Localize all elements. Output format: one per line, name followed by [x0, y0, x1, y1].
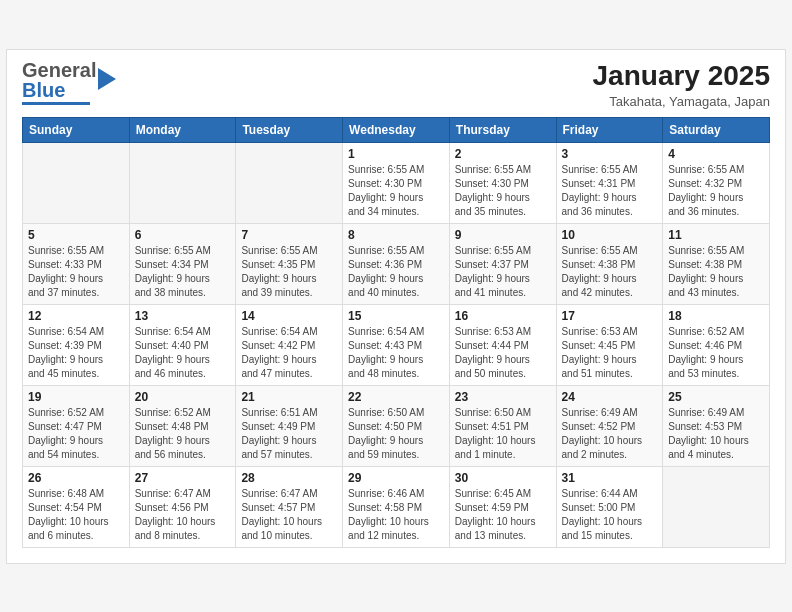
- day-number: 26: [28, 471, 124, 485]
- day-info: Sunrise: 6:52 AM Sunset: 4:48 PM Dayligh…: [135, 406, 231, 462]
- day-number: 22: [348, 390, 444, 404]
- day-number: 15: [348, 309, 444, 323]
- day-info: Sunrise: 6:54 AM Sunset: 4:42 PM Dayligh…: [241, 325, 337, 381]
- day-info: Sunrise: 6:46 AM Sunset: 4:58 PM Dayligh…: [348, 487, 444, 543]
- calendar-cell: 9Sunrise: 6:55 AM Sunset: 4:37 PM Daylig…: [449, 223, 556, 304]
- day-number: 28: [241, 471, 337, 485]
- calendar-cell: 1Sunrise: 6:55 AM Sunset: 4:30 PM Daylig…: [343, 142, 450, 223]
- calendar-week-row: 26Sunrise: 6:48 AM Sunset: 4:54 PM Dayli…: [23, 466, 770, 547]
- day-number: 21: [241, 390, 337, 404]
- calendar-cell: [129, 142, 236, 223]
- day-number: 8: [348, 228, 444, 242]
- calendar-cell: [663, 466, 770, 547]
- calendar-cell: 6Sunrise: 6:55 AM Sunset: 4:34 PM Daylig…: [129, 223, 236, 304]
- day-info: Sunrise: 6:49 AM Sunset: 4:52 PM Dayligh…: [562, 406, 658, 462]
- month-title: January 2025: [593, 60, 770, 92]
- calendar-cell: [236, 142, 343, 223]
- day-info: Sunrise: 6:52 AM Sunset: 4:46 PM Dayligh…: [668, 325, 764, 381]
- day-number: 29: [348, 471, 444, 485]
- calendar-cell: 17Sunrise: 6:53 AM Sunset: 4:45 PM Dayli…: [556, 304, 663, 385]
- weekday-wednesday: Wednesday: [343, 117, 450, 142]
- day-number: 4: [668, 147, 764, 161]
- calendar-week-row: 5Sunrise: 6:55 AM Sunset: 4:33 PM Daylig…: [23, 223, 770, 304]
- day-info: Sunrise: 6:55 AM Sunset: 4:33 PM Dayligh…: [28, 244, 124, 300]
- calendar-cell: 8Sunrise: 6:55 AM Sunset: 4:36 PM Daylig…: [343, 223, 450, 304]
- day-number: 7: [241, 228, 337, 242]
- day-info: Sunrise: 6:55 AM Sunset: 4:36 PM Dayligh…: [348, 244, 444, 300]
- day-info: Sunrise: 6:55 AM Sunset: 4:35 PM Dayligh…: [241, 244, 337, 300]
- day-info: Sunrise: 6:50 AM Sunset: 4:51 PM Dayligh…: [455, 406, 551, 462]
- calendar-table: Sunday Monday Tuesday Wednesday Thursday…: [22, 117, 770, 548]
- svg-marker-0: [98, 68, 116, 90]
- calendar-cell: 16Sunrise: 6:53 AM Sunset: 4:44 PM Dayli…: [449, 304, 556, 385]
- calendar-cell: 23Sunrise: 6:50 AM Sunset: 4:51 PM Dayli…: [449, 385, 556, 466]
- day-info: Sunrise: 6:55 AM Sunset: 4:37 PM Dayligh…: [455, 244, 551, 300]
- header: General Blue January 2025 Takahata, Yama…: [22, 60, 770, 109]
- day-number: 6: [135, 228, 231, 242]
- day-info: Sunrise: 6:55 AM Sunset: 4:38 PM Dayligh…: [668, 244, 764, 300]
- title-area: January 2025 Takahata, Yamagata, Japan: [593, 60, 770, 109]
- day-number: 24: [562, 390, 658, 404]
- calendar-cell: 7Sunrise: 6:55 AM Sunset: 4:35 PM Daylig…: [236, 223, 343, 304]
- logo-icon: General Blue: [22, 60, 116, 100]
- day-number: 30: [455, 471, 551, 485]
- calendar-cell: 24Sunrise: 6:49 AM Sunset: 4:52 PM Dayli…: [556, 385, 663, 466]
- day-number: 3: [562, 147, 658, 161]
- calendar-week-row: 12Sunrise: 6:54 AM Sunset: 4:39 PM Dayli…: [23, 304, 770, 385]
- calendar-cell: 21Sunrise: 6:51 AM Sunset: 4:49 PM Dayli…: [236, 385, 343, 466]
- calendar-cell: 26Sunrise: 6:48 AM Sunset: 4:54 PM Dayli…: [23, 466, 130, 547]
- calendar-container: General Blue January 2025 Takahata, Yama…: [6, 49, 786, 564]
- calendar-cell: 13Sunrise: 6:54 AM Sunset: 4:40 PM Dayli…: [129, 304, 236, 385]
- calendar-cell: 10Sunrise: 6:55 AM Sunset: 4:38 PM Dayli…: [556, 223, 663, 304]
- calendar-cell: 14Sunrise: 6:54 AM Sunset: 4:42 PM Dayli…: [236, 304, 343, 385]
- calendar-cell: 2Sunrise: 6:55 AM Sunset: 4:30 PM Daylig…: [449, 142, 556, 223]
- calendar-cell: 4Sunrise: 6:55 AM Sunset: 4:32 PM Daylig…: [663, 142, 770, 223]
- logo-arrow-icon: [98, 68, 116, 90]
- weekday-header-row: Sunday Monday Tuesday Wednesday Thursday…: [23, 117, 770, 142]
- day-info: Sunrise: 6:44 AM Sunset: 5:00 PM Dayligh…: [562, 487, 658, 543]
- calendar-cell: 20Sunrise: 6:52 AM Sunset: 4:48 PM Dayli…: [129, 385, 236, 466]
- day-info: Sunrise: 6:55 AM Sunset: 4:30 PM Dayligh…: [455, 163, 551, 219]
- day-info: Sunrise: 6:55 AM Sunset: 4:31 PM Dayligh…: [562, 163, 658, 219]
- day-number: 9: [455, 228, 551, 242]
- weekday-monday: Monday: [129, 117, 236, 142]
- calendar-cell: 29Sunrise: 6:46 AM Sunset: 4:58 PM Dayli…: [343, 466, 450, 547]
- day-info: Sunrise: 6:53 AM Sunset: 4:44 PM Dayligh…: [455, 325, 551, 381]
- weekday-friday: Friday: [556, 117, 663, 142]
- day-number: 25: [668, 390, 764, 404]
- day-info: Sunrise: 6:50 AM Sunset: 4:50 PM Dayligh…: [348, 406, 444, 462]
- calendar-cell: 3Sunrise: 6:55 AM Sunset: 4:31 PM Daylig…: [556, 142, 663, 223]
- day-info: Sunrise: 6:55 AM Sunset: 4:32 PM Dayligh…: [668, 163, 764, 219]
- day-info: Sunrise: 6:54 AM Sunset: 4:43 PM Dayligh…: [348, 325, 444, 381]
- weekday-sunday: Sunday: [23, 117, 130, 142]
- calendar-cell: 5Sunrise: 6:55 AM Sunset: 4:33 PM Daylig…: [23, 223, 130, 304]
- day-info: Sunrise: 6:49 AM Sunset: 4:53 PM Dayligh…: [668, 406, 764, 462]
- day-number: 2: [455, 147, 551, 161]
- location-title: Takahata, Yamagata, Japan: [593, 94, 770, 109]
- day-number: 27: [135, 471, 231, 485]
- logo-blue-text: Blue: [22, 79, 65, 101]
- logo: General Blue: [22, 60, 116, 105]
- day-info: Sunrise: 6:53 AM Sunset: 4:45 PM Dayligh…: [562, 325, 658, 381]
- logo-general-text: General: [22, 59, 96, 81]
- day-number: 5: [28, 228, 124, 242]
- calendar-cell: 11Sunrise: 6:55 AM Sunset: 4:38 PM Dayli…: [663, 223, 770, 304]
- calendar-cell: 28Sunrise: 6:47 AM Sunset: 4:57 PM Dayli…: [236, 466, 343, 547]
- day-number: 10: [562, 228, 658, 242]
- logo-wordmark: General Blue: [22, 60, 96, 100]
- day-info: Sunrise: 6:54 AM Sunset: 4:39 PM Dayligh…: [28, 325, 124, 381]
- calendar-week-row: 19Sunrise: 6:52 AM Sunset: 4:47 PM Dayli…: [23, 385, 770, 466]
- weekday-thursday: Thursday: [449, 117, 556, 142]
- day-info: Sunrise: 6:55 AM Sunset: 4:34 PM Dayligh…: [135, 244, 231, 300]
- calendar-cell: 22Sunrise: 6:50 AM Sunset: 4:50 PM Dayli…: [343, 385, 450, 466]
- calendar-week-row: 1Sunrise: 6:55 AM Sunset: 4:30 PM Daylig…: [23, 142, 770, 223]
- calendar-cell: 19Sunrise: 6:52 AM Sunset: 4:47 PM Dayli…: [23, 385, 130, 466]
- weekday-tuesday: Tuesday: [236, 117, 343, 142]
- day-info: Sunrise: 6:55 AM Sunset: 4:38 PM Dayligh…: [562, 244, 658, 300]
- day-number: 13: [135, 309, 231, 323]
- day-info: Sunrise: 6:47 AM Sunset: 4:57 PM Dayligh…: [241, 487, 337, 543]
- day-number: 11: [668, 228, 764, 242]
- logo-underline: [22, 102, 90, 105]
- day-number: 31: [562, 471, 658, 485]
- day-number: 18: [668, 309, 764, 323]
